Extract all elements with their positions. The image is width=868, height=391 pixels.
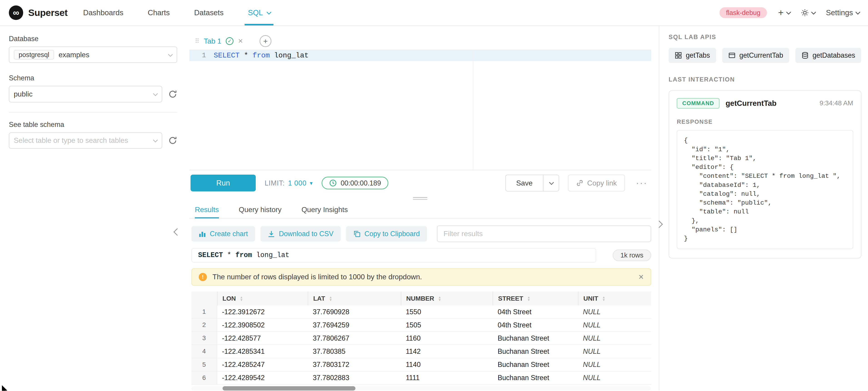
chevron-down-icon: [153, 91, 158, 96]
column-header-street[interactable]: STREET▲▼: [493, 292, 578, 305]
nav-item-charts[interactable]: Charts: [148, 0, 170, 26]
superset-logo-icon: ∞: [9, 5, 23, 20]
executed-query-preview: SELECT * from long_lat: [191, 248, 596, 262]
table-row[interactable]: 6 -122.4289542 37.7802883 1111 Buchanan …: [191, 371, 651, 385]
tab-results[interactable]: Results: [195, 201, 219, 218]
nav-item-datasets[interactable]: Datasets: [194, 0, 224, 26]
theme-menu[interactable]: [801, 9, 815, 17]
navbar-right: flask-debug + Settings: [719, 7, 859, 18]
table-row[interactable]: 2 -122.3908502 37.7694259 1505 04th Stre…: [191, 319, 651, 332]
refresh-schemas-icon[interactable]: [168, 90, 177, 99]
row-number-cell: 1: [191, 305, 217, 318]
save-dropdown-button[interactable]: [544, 174, 559, 191]
column-header-lat[interactable]: LAT▲▼: [308, 292, 401, 305]
database-value: examples: [59, 51, 90, 59]
settings-menu[interactable]: Settings: [826, 8, 859, 17]
table-row[interactable]: 1 -122.3912672 37.7690928 1550 04th Stre…: [191, 305, 651, 319]
horizontal-scrollbar: [191, 386, 651, 391]
sql-code-editor[interactable]: 1 SELECT * from long_lat: [189, 50, 651, 170]
editor-tab[interactable]: ⠿ Tab 1 ✓ ✕: [189, 32, 249, 50]
horizontal-scrollbar-thumb[interactable]: [223, 386, 355, 391]
row-number-cell: 6: [191, 371, 217, 384]
bar-chart-icon: [199, 230, 206, 237]
nav-item-sql[interactable]: SQL: [248, 0, 270, 26]
copy-link-button[interactable]: Copy link: [568, 174, 625, 191]
column-header-unit[interactable]: UNIT▲▼: [578, 292, 651, 305]
collapse-left-panel-button[interactable]: [173, 226, 182, 237]
get-current-tab-button[interactable]: getCurrentTab: [722, 48, 789, 63]
tab-query-insights[interactable]: Query Insights: [301, 201, 348, 218]
table-select[interactable]: Select table or type to search tables: [9, 132, 162, 149]
tab-query-history[interactable]: Query history: [239, 201, 281, 218]
column-label: UNIT: [583, 295, 598, 302]
tab-label: Query Insights: [301, 205, 348, 214]
column-header-number[interactable]: NUMBER▲▼: [401, 292, 493, 305]
cell-lon: -122.4285341: [217, 345, 308, 358]
sql-identifier: long_lat: [252, 251, 289, 259]
create-chart-button[interactable]: Create chart: [191, 226, 255, 241]
row-number-cell: 5: [191, 358, 217, 371]
copy-to-clipboard-button[interactable]: Copy to Clipboard: [346, 226, 427, 241]
results-tabbar: Results Query history Query Insights: [189, 201, 651, 218]
results-table: LON▲▼ LAT▲▼ NUMBER▲▼ STREET▲▼ UNIT▲▼ 1 -…: [191, 292, 651, 391]
cell-unit: NULL: [578, 345, 651, 358]
sql-keyword: SELECT: [214, 52, 240, 60]
table-row[interactable]: 5 -122.4285247 37.7803172 1140 Buchanan …: [191, 358, 651, 371]
sql-lab-left-panel: Database postgresql examples Schema publ…: [0, 26, 186, 391]
browser-tab-icon: [728, 52, 736, 59]
resize-grip-icon: [413, 197, 427, 200]
sql-keyword: SELECT: [198, 251, 223, 259]
limit-dropdown[interactable]: LIMIT: 1 000 ▾: [265, 179, 313, 187]
database-select[interactable]: postgresql examples: [9, 46, 177, 63]
api-buttons: getTabs getCurrentTab getDatabases: [669, 48, 861, 63]
limit-value: 1 000: [288, 179, 307, 187]
cell-lat: 37.7803172: [308, 358, 401, 371]
results-actions: Create chart Download to CSV Copy to Cli…: [191, 225, 651, 242]
chevron-down-icon: [153, 138, 158, 142]
sql-keyword: from: [252, 52, 270, 60]
close-alert-icon[interactable]: ✕: [639, 273, 644, 281]
new-item-menu[interactable]: +: [778, 8, 790, 17]
save-button[interactable]: Save: [505, 174, 544, 191]
table-row[interactable]: 3 -122.428577 37.7806267 1160 Buchanan S…: [191, 332, 651, 345]
alert-message: The number of rows displayed is limited …: [213, 273, 422, 281]
cell-lon: -122.3908502: [217, 319, 308, 331]
add-tab-button[interactable]: +: [259, 35, 271, 47]
response-label: RESPONSE: [677, 119, 853, 125]
schema-label: Schema: [9, 74, 177, 82]
brand[interactable]: ∞ Superset: [9, 5, 68, 20]
query-timer: 00:00:00.189: [321, 177, 389, 189]
superset-sql-lab-app: ∞ Superset Dashboards Charts Datasets SQ…: [0, 0, 868, 391]
get-tabs-button[interactable]: getTabs: [669, 48, 716, 63]
link-icon: [576, 180, 583, 187]
pane-resize-handle[interactable]: [189, 196, 651, 201]
more-options-button[interactable]: ···: [634, 178, 650, 188]
run-button[interactable]: Run: [190, 174, 256, 191]
saved-check-icon: ✓: [226, 37, 234, 45]
sort-icon: ▲▼: [602, 296, 605, 301]
refresh-tables-icon[interactable]: [168, 136, 177, 145]
collapse-right-panel-button[interactable]: [655, 219, 663, 230]
schema-select[interactable]: public: [9, 86, 162, 102]
cell-unit: NULL: [578, 305, 651, 318]
cell-lat: 37.7806267: [308, 332, 401, 345]
chevron-down-icon: [168, 52, 173, 57]
table-row[interactable]: 4 -122.4285341 37.780385 1142 Buchanan S…: [191, 345, 651, 358]
command-badge: COMMAND: [677, 98, 719, 109]
results-table-body: 1 -122.3912672 37.7690928 1550 04th Stre…: [191, 305, 651, 384]
command-name: getCurrentTab: [725, 99, 776, 108]
button-label: Download to CSV: [279, 230, 333, 238]
download-csv-button[interactable]: Download to CSV: [260, 226, 341, 241]
get-databases-button[interactable]: getDatabases: [795, 48, 861, 63]
cell-number: 1160: [401, 332, 493, 345]
nav-item-dashboards[interactable]: Dashboards: [83, 0, 123, 26]
close-tab-icon[interactable]: ✕: [238, 37, 243, 45]
sql-keyword: from: [236, 251, 252, 259]
column-header-lon[interactable]: LON▲▼: [217, 292, 308, 305]
settings-label: Settings: [826, 8, 853, 17]
clock-icon: [329, 179, 337, 187]
plus-icon: +: [778, 8, 783, 17]
tab-label: Query history: [239, 205, 281, 214]
filter-results-input[interactable]: [437, 225, 651, 242]
print-margin-line: [473, 50, 473, 170]
